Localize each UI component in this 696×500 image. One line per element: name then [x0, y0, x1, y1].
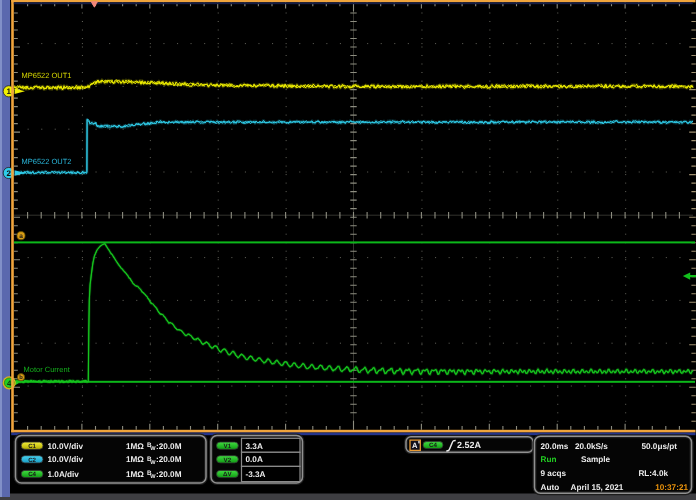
svg-text:2.52A: 2.52A: [457, 440, 482, 450]
svg-text:A: A: [412, 441, 418, 450]
svg-text:C4: C4: [429, 442, 437, 449]
svg-text:Motor Current: Motor Current: [24, 365, 71, 374]
svg-text:a: a: [19, 233, 23, 240]
svg-text:3.3A: 3.3A: [246, 442, 263, 451]
svg-text::20.0M: :20.0M: [156, 470, 182, 479]
svg-text:RL:4.0k: RL:4.0k: [638, 469, 668, 478]
svg-text:V2: V2: [224, 457, 232, 464]
svg-text:b: b: [19, 374, 23, 381]
svg-text:MP6522 OUT1: MP6522 OUT1: [22, 71, 72, 80]
svg-text:20.0kS/s: 20.0kS/s: [575, 442, 608, 451]
svg-text:9 acqs: 9 acqs: [541, 469, 567, 478]
svg-text::20.0M: :20.0M: [156, 455, 182, 464]
svg-text:1.0A/div: 1.0A/div: [48, 470, 80, 479]
svg-text:Auto: Auto: [541, 483, 560, 492]
svg-text:0.0A: 0.0A: [246, 455, 263, 464]
svg-text:C2: C2: [28, 457, 36, 464]
svg-text:1: 1: [7, 87, 12, 96]
svg-text:1MΩ: 1MΩ: [126, 470, 144, 479]
svg-text::20.0M: :20.0M: [156, 442, 182, 451]
svg-text:V1: V1: [224, 443, 232, 450]
svg-text:50.0μs/pt: 50.0μs/pt: [641, 442, 677, 451]
svg-text:ΔV: ΔV: [223, 471, 232, 478]
svg-text:Sample: Sample: [581, 455, 611, 464]
svg-text:Run: Run: [541, 455, 557, 464]
svg-text:20.0ms: 20.0ms: [541, 442, 569, 451]
svg-text:C1: C1: [28, 443, 36, 450]
svg-text:MP6522 OUT2: MP6522 OUT2: [22, 157, 72, 166]
svg-text:1MΩ: 1MΩ: [126, 455, 144, 464]
svg-text:10.0V/div: 10.0V/div: [48, 442, 84, 451]
svg-text:10.0V/div: 10.0V/div: [48, 455, 84, 464]
svg-text:April 15, 2021: April 15, 2021: [571, 483, 624, 492]
svg-text:-3.3A: -3.3A: [246, 470, 266, 479]
svg-text:C4: C4: [28, 471, 36, 478]
svg-text:10:37:21: 10:37:21: [655, 483, 688, 492]
svg-text:2: 2: [7, 169, 12, 178]
svg-text:1MΩ: 1MΩ: [126, 442, 144, 451]
